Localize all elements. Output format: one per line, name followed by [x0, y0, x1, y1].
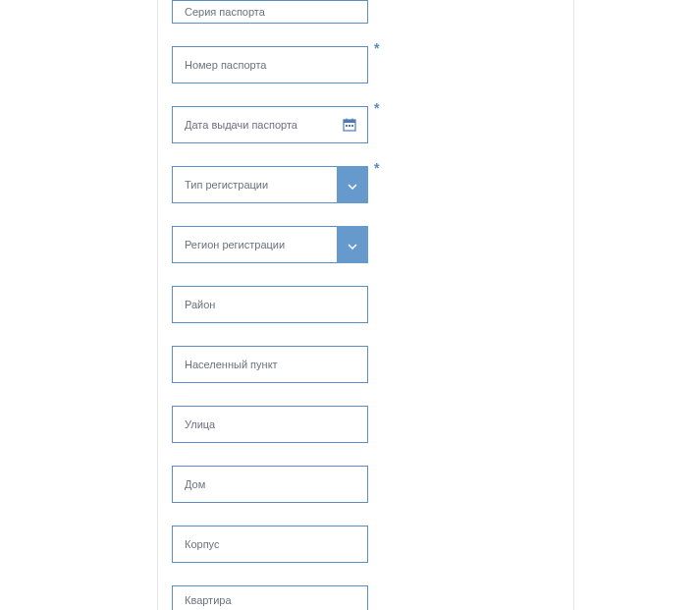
district-input[interactable]: Район [172, 286, 368, 323]
registration-type-placeholder: Тип регистрации [185, 179, 268, 191]
building-row: Корпус [172, 526, 573, 563]
passport-number-placeholder: Номер паспорта [185, 59, 266, 71]
svg-rect-4 [346, 125, 348, 127]
passport-issue-date-placeholder: Дата выдачи паспорта [173, 119, 342, 131]
chevron-down-icon [348, 176, 357, 194]
registration-region-row: Регион регистрации [172, 226, 573, 263]
registration-type-body: Тип регистрации [172, 166, 337, 203]
building-placeholder: Корпус [185, 538, 219, 550]
apartment-placeholder: Квартира [185, 594, 232, 606]
passport-series-input[interactable]: Серия паспорта [172, 0, 368, 24]
passport-issue-date-row: Дата выдачи паспорта * [172, 106, 573, 143]
registration-region-dropdown[interactable]: Регион регистрации [172, 226, 368, 263]
house-row: Дом [172, 466, 573, 503]
house-placeholder: Дом [185, 478, 205, 490]
passport-number-row: Номер паспорта * [172, 46, 573, 83]
apartment-row: Квартира [172, 585, 573, 610]
registration-region-placeholder: Регион регистрации [185, 239, 285, 250]
registration-type-toggle[interactable] [337, 166, 368, 203]
required-mark: * [374, 40, 379, 56]
passport-issue-date-input[interactable]: Дата выдачи паспорта [172, 106, 368, 143]
passport-series-row: Серия паспорта [172, 0, 573, 24]
street-input[interactable]: Улица [172, 406, 368, 443]
house-input[interactable]: Дом [172, 466, 368, 503]
svg-rect-5 [349, 125, 350, 127]
passport-number-input[interactable]: Номер паспорта [172, 46, 368, 83]
building-input[interactable]: Корпус [172, 526, 368, 563]
registration-type-row: Тип регистрации * [172, 166, 573, 203]
district-placeholder: Район [185, 299, 215, 310]
locality-row: Населенный пункт [172, 346, 573, 383]
form-container: Серия паспорта Номер паспорта * Дата выд… [157, 0, 574, 610]
district-row: Район [172, 286, 573, 323]
street-row: Улица [172, 406, 573, 443]
registration-region-toggle[interactable] [337, 226, 368, 263]
registration-type-dropdown[interactable]: Тип регистрации [172, 166, 368, 203]
required-mark: * [374, 160, 379, 176]
apartment-input[interactable]: Квартира [172, 585, 368, 610]
svg-rect-6 [351, 125, 353, 127]
street-placeholder: Улица [185, 418, 215, 430]
registration-region-body: Регион регистрации [172, 226, 337, 263]
required-mark: * [374, 100, 379, 116]
locality-input[interactable]: Населенный пункт [172, 346, 368, 383]
passport-series-placeholder: Серия паспорта [185, 6, 265, 18]
calendar-icon[interactable] [342, 117, 357, 133]
locality-placeholder: Населенный пункт [185, 359, 278, 370]
chevron-down-icon [348, 236, 357, 253]
svg-rect-1 [344, 120, 355, 123]
